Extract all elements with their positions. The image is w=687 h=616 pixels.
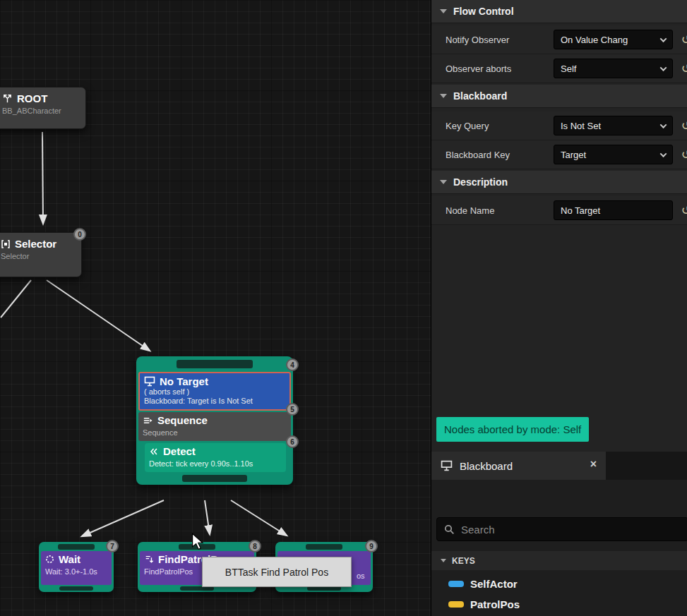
output-pin-bar[interactable] [39,585,114,592]
execution-index-badge: 4 [286,358,299,371]
wait-title: Wait [59,553,80,565]
execution-index-badge: 9 [365,540,378,552]
section-label: Description [453,176,508,188]
dropdown-value: Is Not Set [561,121,601,131]
graph-canvas[interactable]: ROOT BB_ABCharacter 0 Selector Selector … [0,0,431,616]
key-name: SelfActor [470,578,518,590]
section-header-description[interactable]: Description [431,171,687,194]
reset-to-default-icon[interactable]: ↺ [681,63,687,75]
output-pin-bar[interactable] [136,472,293,485]
third-task-subtitle-fragment: os [357,572,365,580]
sequence-node[interactable]: Sequence Sequence [138,412,291,441]
mouse-cursor [191,533,206,550]
dropdown-value: On Value Chang [561,35,628,45]
task-icon [144,555,154,564]
pin-notch [306,544,342,550]
collapse-triangle-icon [440,9,447,13]
selector-node[interactable]: 0 Selector Selector [0,232,82,277]
property-row-key-query: Key Query Is Not Set ↺ [431,111,687,140]
chevron-down-icon [660,35,667,42]
selector-icon [1,239,11,249]
close-icon[interactable]: × [590,458,597,471]
collapse-triangle-icon [440,180,447,184]
service-title: Detect [163,445,196,457]
abort-mode-notice-text: Nodes aborted by mode: Self [444,423,581,435]
blackboard-key-selfactor[interactable]: SelfActor [431,574,687,593]
property-label: Node Name [446,196,494,224]
key-name: PatrolPos [470,598,520,610]
dropdown-value: Self [561,64,576,74]
execution-index-badge: 6 [286,435,299,448]
blackboard-key-dropdown[interactable]: Target [554,145,673,164]
no-target-decorator[interactable]: No Target ( aborts self ) Blackboard: Ta… [138,372,291,411]
keys-header-label: KEYS [452,556,475,566]
root-node-title: ROOT [17,92,47,104]
section-header-blackboard[interactable]: Blackboard [431,85,687,108]
tab-blackboard[interactable]: Blackboard × [431,452,606,480]
wait-task-node[interactable]: 7 Wait Wait: 3.0+-1.0s [39,542,114,592]
section-label: Flow Control [453,6,514,17]
abort-mode-notice: Nodes aborted by mode: Self [436,417,589,442]
section-label: Blackboard [453,90,507,102]
search-icon [444,524,455,535]
vector-key-type-icon [448,601,464,608]
dropdown-value: Target [561,150,586,160]
root-node-subtitle: BB_ABCharacter [2,107,78,115]
execution-index-badge: 8 [249,540,261,552]
service-icon [149,447,159,457]
root-node[interactable]: ROOT BB_ABCharacter [0,87,86,129]
observer-aborts-dropdown[interactable]: Self [554,59,673,78]
sequence-title: Sequence [157,414,208,426]
property-label: Blackboard Key [446,140,510,169]
blackboard-key-patrolpos[interactable]: PatrolPos [431,594,687,614]
execution-index-badge: 0 [73,228,86,241]
blackboard-search-box [436,517,687,541]
blackboard-tab-icon [441,460,453,471]
wait-icon [45,555,54,564]
property-row-blackboard-key: Blackboard Key Target ↺ [431,140,687,169]
node-name-input[interactable] [561,205,666,216]
key-query-dropdown[interactable]: Is Not Set [554,116,673,135]
sequence-subtitle: Sequence [143,428,287,437]
reset-to-default-icon[interactable]: ↺ [681,149,687,161]
decorator-title: No Target [160,375,208,387]
pin-notch [59,586,93,591]
section-header-flow-control[interactable]: Flow Control [431,0,687,23]
wait-subtitle: Wait: 3.0+-1.0s [45,567,107,576]
object-key-type-icon [448,581,464,587]
node-tooltip: BTTask Find Patrol Pos [202,557,352,587]
details-panel: Flow Control Notify Observer On Value Ch… [431,0,687,616]
property-label: Key Query [446,111,489,140]
execution-index-badge: 7 [106,540,119,552]
behavior-tree-editor: ROOT BB_ABCharacter 0 Selector Selector … [0,0,687,616]
keys-section-header[interactable]: KEYS [431,551,687,570]
tab-label: Blackboard [460,460,513,472]
reset-to-default-icon[interactable]: ↺ [681,205,687,217]
pin-notch [58,544,95,550]
root-icon [2,93,13,104]
selector-node-title: Selector [15,238,56,250]
execution-index-badge: 5 [286,403,299,416]
property-row-node-name: Node Name ↺ [431,196,687,225]
input-pin-bar[interactable] [275,542,373,551]
input-pin-bar[interactable] [136,356,293,372]
property-label: Notify Observer [446,25,509,54]
reset-to-default-icon[interactable]: ↺ [681,120,687,132]
decorator-aborts-line: ( aborts self ) [144,387,285,397]
blackboard-decorator-icon [144,376,155,387]
notify-observer-dropdown[interactable]: On Value Chang [554,30,673,49]
chevron-down-icon [660,150,667,157]
property-row-observer-aborts: Observer aborts Self ↺ [431,54,687,83]
property-label: Observer aborts [446,54,511,83]
reset-to-default-icon[interactable]: ↺ [681,34,687,46]
decorator-condition-line: Blackboard: Target is Is Not Set [144,397,285,406]
chevron-down-icon [660,121,667,128]
pin-notch [177,360,253,368]
detect-service-node[interactable]: Detect Detect: tick every 0.90s..1.10s [145,443,286,472]
sequence-composite-node[interactable]: 4 5 6 No Target ( aborts self ) Blackboa… [136,356,293,485]
node-name-field-wrap [554,200,673,220]
collapse-triangle-icon [441,559,446,562]
search-input[interactable] [461,524,687,536]
selector-node-subtitle: Selector [1,252,74,260]
input-pin-bar[interactable] [39,542,114,551]
